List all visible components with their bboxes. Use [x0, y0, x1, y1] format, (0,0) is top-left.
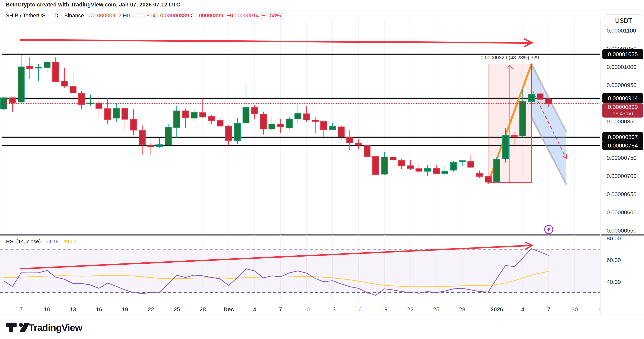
candle [364, 145, 370, 157]
candle [546, 99, 552, 103]
time-tick-label: 19 [381, 306, 388, 312]
svg-text:0.00000807: 0.00000807 [608, 134, 638, 140]
price-tick-label: 0.00001100 [607, 28, 636, 34]
candle [234, 123, 240, 141]
candle [243, 108, 249, 123]
candle [87, 103, 94, 104]
lightning-icon[interactable] [545, 225, 553, 234]
price-axis[interactable]: 0.000011000.000010500.000010000.00000950… [600, 19, 643, 315]
chart-canvas[interactable]: 0.00000329 (48.28%) 329710131619222528De… [0, 0, 644, 339]
candle [312, 120, 318, 121]
price-tick-label: 0.00001000 [607, 64, 636, 70]
price-trend-arrow[interactable] [20, 40, 532, 43]
svg-text:0.00000784: 0.00000784 [608, 142, 638, 149]
time-tick-label: 25 [433, 306, 439, 312]
time-tick-label: 10 [44, 306, 50, 312]
candlestick-series [1, 55, 552, 184]
rsi-tick-label: 40.00 [607, 279, 621, 285]
time-tick-label: 28 [459, 306, 465, 312]
candle [502, 135, 508, 159]
price-tick-label: 0.00000650 [607, 191, 636, 197]
rsi-tick-label: 60.00 [607, 257, 621, 263]
candle [286, 119, 292, 128]
candle [130, 120, 137, 130]
candle [9, 98, 16, 102]
candle [200, 113, 206, 117]
time-tick-label: 10 [304, 306, 310, 312]
svg-text:0.00001035: 0.00001035 [608, 51, 638, 57]
candle [165, 127, 171, 145]
candle [156, 145, 163, 146]
candle [35, 67, 42, 68]
candle [476, 173, 483, 176]
candle [78, 93, 85, 105]
candle [433, 168, 440, 173]
candle [217, 120, 223, 126]
time-tick-label: 19 [122, 306, 128, 312]
candle [321, 121, 327, 130]
candle [390, 157, 396, 160]
logo-text: TradingView [29, 322, 82, 333]
tradingview-chart-screenshot: BeInCrypto created with TradingView.com,… [0, 0, 644, 339]
candle [61, 81, 68, 86]
time-tick-label: 7 [547, 306, 550, 312]
time-tick-label: 7 [20, 306, 23, 312]
candle [528, 94, 534, 101]
candle [338, 127, 344, 137]
candle [520, 101, 526, 136]
price-tick-label: 0.00000550 [607, 227, 636, 234]
rsi-indicator-header[interactable]: RSI (14, close) 64.19 49.62 [6, 238, 76, 245]
candle [373, 157, 379, 175]
rsi-pane[interactable] [0, 235, 600, 301]
candle [459, 161, 465, 162]
price-tick-label: 0.00000600 [607, 209, 636, 216]
svg-text:0.00000899: 0.00000899 [608, 104, 638, 110]
candle [18, 67, 24, 102]
time-axis[interactable]: 710131619222528Dec4710131619222528202647… [20, 306, 604, 312]
candle [347, 137, 353, 143]
candle [450, 162, 457, 170]
candle [381, 157, 388, 174]
candle [278, 124, 284, 127]
candle [122, 108, 128, 119]
candle [70, 87, 76, 93]
candle [416, 169, 422, 171]
candle [260, 114, 266, 129]
candle [53, 62, 59, 81]
price-pane[interactable]: 0.00000329 (48.28%) 329 [1, 19, 600, 235]
candle [494, 159, 500, 182]
rsi-tick-label: 80.00 [607, 235, 621, 242]
candle [295, 113, 301, 119]
candle [44, 62, 50, 68]
time-tick-label: 10 [572, 306, 578, 312]
time-tick-label: 7 [279, 306, 282, 312]
candle [304, 114, 310, 120]
candle [269, 124, 275, 129]
time-tick-label: 16 [355, 306, 362, 312]
tradingview-logo[interactable]: TradingView [6, 322, 82, 333]
candle [226, 126, 232, 141]
candle [27, 67, 33, 69]
candle [485, 177, 492, 182]
candle [355, 143, 362, 145]
candle [174, 111, 180, 128]
candle [191, 112, 197, 118]
candle [442, 171, 448, 174]
time-tick-label: 13 [329, 306, 336, 312]
candle [537, 94, 543, 99]
time-tick-label: 16 [96, 306, 102, 312]
candle [407, 166, 414, 168]
candle [208, 117, 214, 121]
candle [113, 108, 119, 118]
candle [398, 160, 405, 165]
time-tick-label: 25 [174, 306, 180, 312]
price-tick-label: 0.00000750 [607, 155, 636, 161]
rsi-value: 64.19 [46, 238, 58, 244]
rsi-title: RSI (14, close) [6, 238, 41, 244]
price-tick-label: 0.00000700 [607, 173, 636, 179]
time-tick-label: 28 [200, 306, 206, 312]
candle [252, 108, 258, 114]
candle [104, 109, 111, 120]
bar-countdown: 16:47:56 [612, 111, 633, 117]
price-tick-label: 0.00000850 [607, 118, 636, 125]
